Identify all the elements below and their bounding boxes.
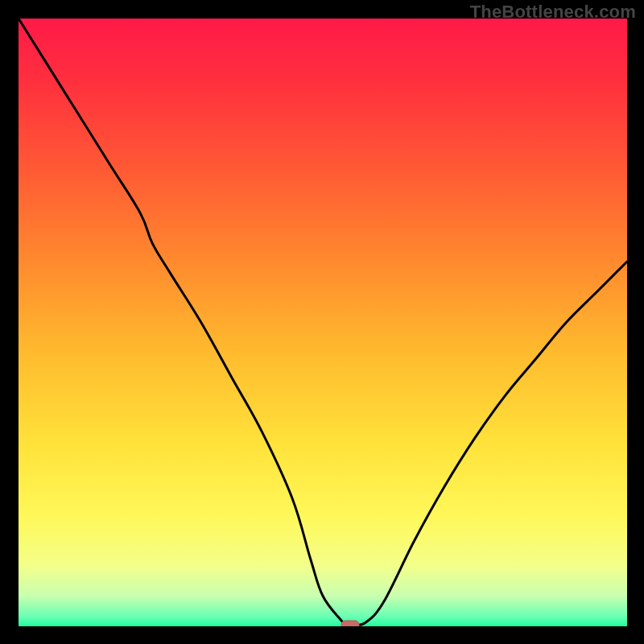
plot-area (19, 19, 627, 626)
bottleneck-chart (19, 19, 627, 626)
optimal-point-marker (341, 621, 359, 626)
gradient-background (19, 19, 627, 626)
watermark-text: TheBottleneck.com (470, 2, 636, 23)
chart-frame: TheBottleneck.com (0, 0, 644, 644)
